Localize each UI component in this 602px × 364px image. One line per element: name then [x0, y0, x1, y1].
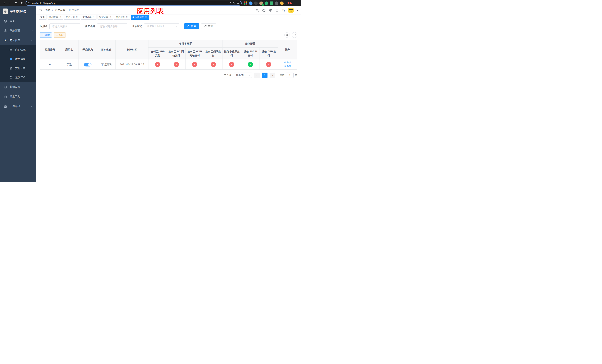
extension-icon[interactable] — [275, 1, 279, 5]
app-title: 芋道管理系统 — [10, 10, 26, 13]
close-icon[interactable]: × — [126, 16, 128, 18]
col-created: 创建时间 — [116, 40, 149, 59]
back-icon — [3, 2, 6, 5]
extension-icon[interactable] — [280, 1, 284, 5]
avatar-caret-icon[interactable]: ▾ — [297, 9, 298, 11]
help-icon[interactable] — [269, 9, 272, 12]
chevron-down-icon — [31, 105, 33, 107]
toolbox-icon — [3, 95, 7, 98]
browser-reload-button[interactable] — [14, 1, 18, 5]
breadcrumb-separator: / — [52, 9, 53, 12]
address-bar[interactable]: localhost:1024/pay/app — [26, 1, 242, 6]
sidebar-item-merchant-info[interactable]: 商户信息 — [0, 45, 36, 54]
col-actions: 操作 — [278, 40, 297, 59]
password-key-icon[interactable] — [228, 2, 231, 5]
sidebar-item-app-info[interactable]: 应用信息 — [0, 54, 36, 64]
close-icon[interactable]: × — [109, 16, 111, 18]
tab-app-info[interactable]: 应用信息 × — [131, 15, 149, 20]
chevron-down-icon — [31, 30, 33, 32]
breadcrumb-separator: / — [67, 9, 67, 12]
reset-button[interactable]: 重置 — [201, 23, 216, 29]
fullscreen-icon[interactable] — [275, 9, 279, 12]
chevron-down-icon — [31, 96, 33, 98]
breadcrumb-home[interactable]: 首页 — [45, 9, 51, 12]
close-icon[interactable]: × — [145, 16, 147, 18]
search-icon[interactable] — [256, 9, 259, 12]
extension-avatar-icon[interactable]: 1 — [259, 1, 263, 5]
pagination-total: 共 1 条 — [224, 74, 232, 77]
tag-view-bar: 首页 流程表单 × 用户分组 × 支付订单 × 退款订单 × 商户信息 × — [36, 14, 301, 20]
sidebar-fold-icon[interactable] — [39, 9, 43, 12]
extension-icon[interactable] — [254, 1, 258, 5]
browser-home-button[interactable] — [20, 1, 24, 5]
col-alipay-app: 支付宝 APP 支付 — [149, 48, 167, 59]
app-table: 应用编号 应用名 开启状态 商户名称 创建时间 支付宝配置 微信配置 操作 支付… — [40, 40, 297, 70]
tab-process-form[interactable]: 流程表单 × — [48, 15, 63, 20]
tab-payment-orders[interactable]: 支付订单 × — [81, 15, 97, 20]
tab-user-group[interactable]: 用户分组 × — [64, 15, 80, 20]
tab-home[interactable]: 首页 — [39, 15, 46, 20]
col-app-id: 应用编号 — [40, 40, 60, 59]
wechat-jsapi-status-icon: ✓ — [248, 62, 253, 67]
alipay-app-status-icon: × — [155, 62, 160, 67]
search-button[interactable]: 搜索 — [184, 23, 199, 29]
navbar-actions: TT ▾ — [256, 8, 298, 13]
sidebar-item-dev-tools[interactable]: 研发工具 — [0, 92, 36, 101]
tab-merchant-info[interactable]: 商户信息 × — [114, 15, 130, 20]
trash-icon — [284, 65, 286, 67]
sidebar-item-system-management[interactable]: 系统管理 — [0, 26, 36, 36]
page-size-select[interactable]: 10条/页 — [234, 73, 252, 78]
sidebar-item-refund-orders[interactable]: 退款订单 — [0, 73, 36, 82]
yen-icon: ¥ — [3, 39, 7, 42]
cell-status — [78, 59, 97, 70]
sidebar-item-infrastructure[interactable]: 基础设施 — [0, 82, 36, 92]
sidebar-item-label: 支付订单 — [15, 67, 26, 70]
breadcrumb-payment[interactable]: 支付管理 — [55, 9, 65, 12]
status-select[interactable]: 请选择开启状态 — [144, 23, 179, 29]
page-number-1[interactable]: 1 — [262, 73, 268, 78]
add-button[interactable]: 新增 — [40, 32, 52, 38]
refresh-table-button[interactable] — [292, 32, 297, 38]
delete-button[interactable]: 删除 — [284, 65, 291, 68]
browser-forward-button[interactable] — [8, 1, 12, 5]
close-icon[interactable]: × — [92, 16, 95, 18]
col-wechat-app: 微信 APP 支付 — [259, 48, 278, 59]
bookmark-star-icon[interactable] — [236, 2, 239, 5]
font-size-icon[interactable]: TT — [282, 9, 285, 12]
app-name-input[interactable] — [49, 23, 80, 29]
merchant-name-input[interactable] — [97, 23, 127, 29]
url-text[interactable]: localhost:1024/pay/app — [32, 2, 227, 4]
sidebar-item-workflow[interactable]: 工作流程 — [0, 101, 36, 111]
browser-back-button[interactable] — [2, 1, 6, 5]
sidebar-item-payment-management[interactable]: ¥ 支付管理 — [0, 36, 36, 45]
browser-update-button[interactable]: 更新 — [286, 1, 293, 5]
app-logo[interactable]: 芋道管理系统 — [0, 6, 36, 16]
next-page-button[interactable]: › — [270, 73, 275, 78]
edit-button[interactable]: 修改 — [284, 61, 291, 64]
chevron-up-icon — [31, 39, 33, 42]
close-icon[interactable]: × — [76, 16, 78, 18]
extension-icon[interactable] — [249, 1, 252, 5]
sidebar-item-payment-orders[interactable]: 支付订单 — [0, 64, 36, 73]
tab-refund-orders[interactable]: 退款订单 × — [97, 15, 113, 20]
toggle-search-button[interactable] — [284, 32, 290, 38]
edit-icon — [284, 61, 286, 63]
extension-icon[interactable]: ✓ — [265, 1, 268, 5]
status-toggle[interactable] — [84, 63, 91, 66]
goto-page-input[interactable] — [286, 73, 294, 78]
browser-menu-icon[interactable]: ⋮ — [295, 1, 299, 5]
user-avatar[interactable] — [288, 8, 294, 13]
reload-icon — [15, 2, 17, 5]
export-button[interactable]: 导出 — [54, 32, 66, 38]
sidebar-item-label: 首页 — [10, 20, 15, 23]
share-icon[interactable] — [233, 2, 235, 5]
github-icon[interactable] — [262, 9, 266, 12]
col-app-name: 应用名 — [60, 40, 78, 59]
close-icon[interactable]: × — [59, 16, 62, 18]
extension-wechat-icon[interactable] — [270, 1, 273, 5]
extension-grid-icon[interactable]: 10 — [244, 1, 247, 5]
page-info-icon[interactable] — [28, 2, 30, 4]
forward-icon — [9, 2, 11, 5]
prev-page-button[interactable]: ‹ — [254, 73, 260, 78]
sidebar-item-home[interactable]: 首页 — [0, 16, 36, 26]
